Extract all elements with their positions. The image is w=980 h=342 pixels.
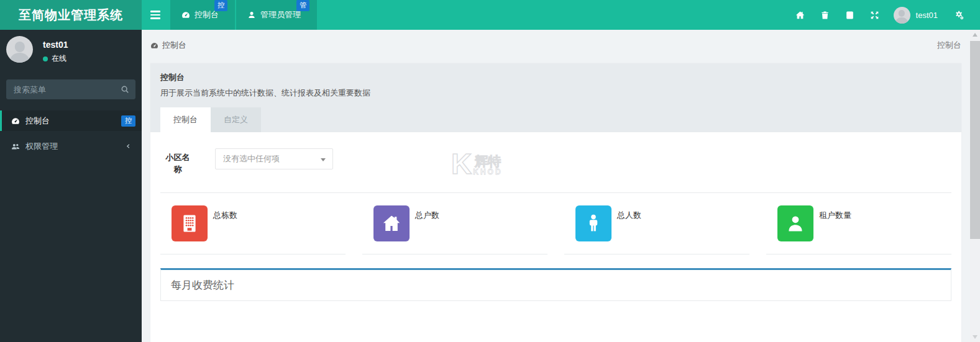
gears-icon	[955, 11, 964, 20]
fullscreen-button[interactable]	[863, 0, 887, 30]
app-logo[interactable]: 至简物业管理系统	[0, 0, 142, 30]
dashboard-icon	[181, 11, 190, 19]
monthly-fee-chart-panel: 每月收费统计	[160, 268, 951, 301]
tenant-icon	[777, 205, 813, 241]
dashboard-icon	[11, 117, 25, 125]
user-menu[interactable]: test01	[887, 7, 946, 24]
sidebar-item-permissions[interactable]: 权限管理	[0, 136, 142, 156]
navbar-tabs: 控制台 控 管理员管理 管	[142, 0, 788, 30]
dashboard-icon	[150, 42, 158, 50]
person-icon	[575, 205, 611, 241]
panel-header: 控制台 用于展示当前系统中的统计数据、统计报表及相关重要数据 控制台 自定义	[150, 63, 961, 132]
chevron-left-icon	[125, 143, 135, 150]
user-icon	[247, 11, 256, 19]
online-status-dot	[43, 56, 48, 61]
sidebar-item-console[interactable]: 控制台 控	[0, 110, 142, 131]
breadcrumb: 控制台 控制台	[142, 30, 970, 61]
search-icon	[121, 85, 129, 94]
stat-label: 总人数	[617, 205, 641, 241]
building-icon	[172, 205, 208, 241]
sidebar-toggle-button[interactable]	[142, 0, 169, 30]
panel-tabs: 控制台 自定义	[160, 107, 951, 132]
users-icon	[11, 142, 25, 151]
nav-tab-badge: 控	[214, 0, 227, 11]
stat-card-buildings: 总栋数	[160, 204, 346, 254]
section-divider	[160, 192, 951, 193]
caret-down-icon	[321, 158, 326, 161]
online-status-label: 在线	[52, 53, 66, 64]
scrollbar-up-arrow[interactable]	[973, 33, 978, 37]
sidebar-item-label: 控制台	[25, 115, 121, 127]
page-scrollbar[interactable]	[970, 30, 980, 342]
sidebar-username: test01	[43, 40, 68, 50]
scrollbar-thumb[interactable]	[970, 41, 980, 239]
sidebar-item-badge: 控	[121, 115, 135, 127]
stats-row: 总栋数 总户数 总人数	[160, 204, 951, 254]
top-navbar: 至简物业管理系统 控制台 控 管理员管理 管	[0, 0, 980, 30]
navbar-actions: test01	[788, 0, 980, 30]
stat-card-tenants: 租户数量	[766, 204, 951, 254]
scrollbar-down-arrow[interactable]	[973, 335, 978, 339]
community-select[interactable]: 没有选中任何项	[215, 148, 333, 169]
trash-icon	[820, 11, 830, 20]
tab-custom[interactable]: 自定义	[211, 107, 261, 132]
navbar-username: test01	[916, 11, 938, 20]
avatar	[6, 36, 33, 63]
settings-button[interactable]	[946, 0, 971, 30]
stat-label: 租户数量	[819, 205, 851, 241]
home-button[interactable]	[788, 0, 813, 30]
page-description: 用于展示当前系统中的统计数据、统计报表及相关重要数据	[160, 88, 951, 99]
house-icon	[373, 205, 410, 241]
console-panel: 控制台 用于展示当前系统中的统计数据、统计报表及相关重要数据 控制台 自定义 小…	[150, 63, 961, 342]
sidebar-item-label: 权限管理	[25, 141, 125, 152]
stat-card-households: 总户数	[362, 204, 547, 254]
main-content: 控制台 控制台 控制台 用于展示当前系统中的统计数据、统计报表及相关重要数据 控…	[142, 30, 970, 342]
stat-label: 总户数	[415, 205, 439, 241]
sidebar-menu: 控制台 控 权限管理	[0, 110, 142, 156]
nav-tab-console[interactable]: 控制台 控	[170, 0, 235, 30]
tab-content: 小区名称 没有选中任何项 总栋数 总户数	[150, 132, 961, 342]
stat-label: 总栋数	[213, 205, 237, 241]
home-icon	[795, 11, 805, 20]
tab-console[interactable]: 控制台	[160, 107, 211, 132]
page-title: 控制台	[160, 72, 951, 83]
sidebar-user-panel: test01 在线	[0, 30, 142, 70]
chart-title: 每月收费统计	[171, 278, 941, 292]
breadcrumb-current: 控制台	[162, 40, 186, 51]
trash-button[interactable]	[813, 0, 838, 30]
log-button[interactable]	[838, 0, 863, 30]
nav-tab-badge: 管	[296, 0, 309, 11]
expand-icon	[870, 11, 879, 20]
search-button[interactable]	[115, 80, 135, 99]
nav-tab-admin[interactable]: 管理员管理 管	[236, 0, 317, 30]
community-name-label: 小区名称	[163, 148, 193, 176]
stat-card-people: 总人数	[564, 204, 749, 254]
nav-tab-label: 管理员管理	[260, 9, 301, 20]
breadcrumb-right-label: 控制台	[937, 40, 961, 51]
avatar	[894, 7, 910, 24]
sidebar: test01 在线 控制台 控 权限管理	[0, 30, 142, 342]
log-icon	[845, 11, 854, 20]
select-value: 没有选中任何项	[223, 153, 280, 164]
